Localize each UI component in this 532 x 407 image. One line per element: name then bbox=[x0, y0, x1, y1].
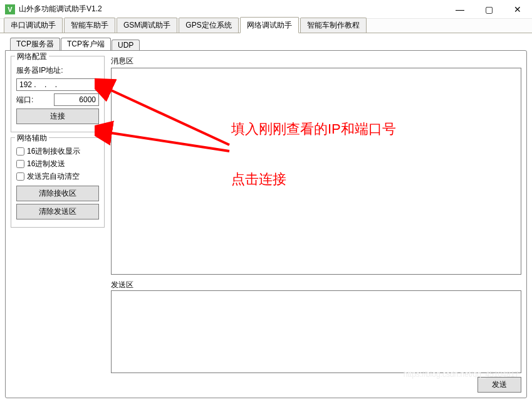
clear-recv-button[interactable]: 清除接收区 bbox=[16, 186, 99, 201]
tab-tcp-client[interactable]: TCP客户端 bbox=[61, 38, 111, 50]
connect-button[interactable]: 连接 bbox=[16, 108, 99, 124]
tab-gps[interactable]: GPS定位系统 bbox=[179, 18, 238, 33]
port-input[interactable] bbox=[54, 93, 99, 106]
tab-udp[interactable]: UDP bbox=[112, 40, 140, 50]
inner-tabs: TCP服务器 TCP客户端 UDP bbox=[5, 38, 527, 50]
close-button[interactable]: ✕ bbox=[503, 0, 532, 19]
message-group: 消息区 bbox=[111, 56, 521, 275]
main-tabs: 串口调试助手 智能车助手 GSM调试助手 GPS定位系统 网络调试助手 智能车制… bbox=[0, 19, 532, 33]
hex-recv-checkbox[interactable] bbox=[16, 147, 24, 156]
net-assist-group: 网络辅助 16进制接收显示 16进制发送 发送完自动清空 清除接收区 清 bbox=[11, 137, 105, 228]
hex-send-label: 16进制发送 bbox=[27, 159, 65, 169]
net-assist-legend: 网络辅助 bbox=[15, 133, 49, 144]
tab-tutorial[interactable]: 智能车制作教程 bbox=[300, 18, 367, 33]
tab-network[interactable]: 网络调试助手 bbox=[240, 17, 299, 33]
right-column: 消息区 发送区 发送 bbox=[111, 56, 521, 393]
ip-input[interactable] bbox=[16, 78, 99, 91]
hex-send-checkbox[interactable] bbox=[16, 160, 24, 168]
content-area: TCP服务器 TCP客户端 UDP 网络配置 服务器IP地址: 端口: 连接 bbox=[0, 33, 532, 403]
titlebar: V 山外多功能调试助手V1.2 — ▢ ✕ bbox=[0, 0, 532, 19]
tab-serial[interactable]: 串口调试助手 bbox=[4, 18, 63, 33]
ip-label: 服务器IP地址: bbox=[16, 65, 63, 76]
net-config-legend: 网络配置 bbox=[15, 51, 49, 62]
tab-tcp-server[interactable]: TCP服务器 bbox=[10, 38, 60, 50]
auto-clear-label: 发送完自动清空 bbox=[27, 171, 80, 182]
send-button[interactable]: 发送 bbox=[477, 377, 521, 393]
net-config-group: 网络配置 服务器IP地址: 端口: 连接 bbox=[11, 56, 105, 132]
auto-clear-checkbox[interactable] bbox=[16, 172, 24, 181]
port-label: 端口: bbox=[16, 95, 33, 105]
tab-gsm[interactable]: GSM调试助手 bbox=[117, 18, 177, 33]
tab-smartcar[interactable]: 智能车助手 bbox=[64, 18, 115, 33]
maximize-button[interactable]: ▢ bbox=[474, 0, 503, 19]
message-area[interactable] bbox=[111, 68, 521, 275]
send-area-label: 发送区 bbox=[111, 280, 521, 290]
hex-recv-label: 16进制接收显示 bbox=[27, 146, 80, 157]
watermark: https://blog.csdn.net/qq_45104817 bbox=[404, 370, 519, 379]
left-column: 网络配置 服务器IP地址: 端口: 连接 网络辅助 bbox=[11, 56, 105, 393]
send-area[interactable] bbox=[111, 290, 521, 373]
minimize-button[interactable]: — bbox=[446, 0, 474, 19]
app-icon: V bbox=[5, 4, 15, 14]
clear-send-button[interactable]: 清除发送区 bbox=[16, 204, 99, 219]
panel-area: 网络配置 服务器IP地址: 端口: 连接 网络辅助 bbox=[5, 50, 527, 398]
message-area-label: 消息区 bbox=[111, 56, 521, 66]
window-title: 山外多功能调试助手V1.2 bbox=[19, 4, 102, 14]
